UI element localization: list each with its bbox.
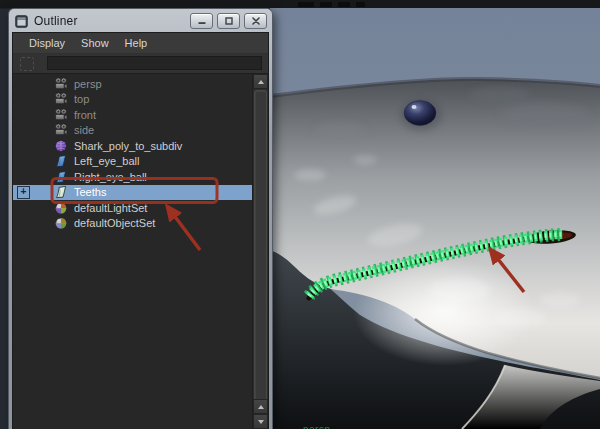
subdiv-surface-icon-selected (54, 185, 68, 199)
outliner-row-shark-poly-to-subdiv[interactable]: Shark_poly_to_subdiv (13, 138, 252, 154)
menu-help[interactable]: Help (117, 35, 156, 51)
maximize-icon (224, 17, 234, 25)
minimize-button[interactable] (190, 13, 213, 29)
scroll-up-button[interactable] (253, 74, 268, 89)
outliner-row-top[interactable]: top (13, 92, 252, 108)
arrow-down-icon (258, 420, 264, 424)
shark-chin-highlight (353, 258, 537, 366)
set-icon (54, 201, 68, 215)
scroll-track[interactable] (253, 89, 268, 399)
minimize-icon (197, 17, 207, 25)
camera-icon (54, 123, 68, 137)
outliner-window-icon (15, 15, 28, 28)
viewport-camera-label: persp (303, 424, 331, 429)
filter-field[interactable] (47, 56, 262, 70)
maximize-button[interactable] (217, 13, 240, 29)
menu-show[interactable]: Show (73, 35, 117, 51)
camera-icon (54, 92, 68, 106)
outliner-menubar: Display Show Help (13, 33, 268, 54)
outliner-titlebar[interactable]: Outliner (9, 9, 272, 32)
outliner-row-persp[interactable]: persp (13, 76, 252, 92)
outliner-row-default-object-set[interactable]: defaultObjectSet (13, 216, 252, 232)
outliner-scrollbar (252, 74, 268, 429)
outliner-row-teeths[interactable]: + Teeths (13, 185, 252, 201)
outliner-row-right-eye-ball[interactable]: Right_eye_ball (13, 169, 252, 185)
arrow-up-icon (258, 80, 264, 84)
outliner-row-left-eye-ball[interactable]: Left_eye_ball (13, 154, 252, 170)
subdiv-surface-icon (54, 170, 68, 184)
outliner-content: Display Show Help persp (12, 32, 269, 429)
window-title: Outliner (34, 14, 78, 28)
menu-display[interactable]: Display (21, 35, 73, 51)
set-icon (54, 216, 68, 230)
close-button[interactable] (244, 13, 267, 29)
shark-eye (404, 101, 436, 126)
outliner-list: persp top (13, 74, 252, 429)
camera-icon (54, 77, 68, 91)
arrow-up-icon (258, 405, 264, 409)
subdiv-surface-icon (54, 154, 68, 168)
scroll-thumb[interactable] (254, 90, 267, 400)
subdiv-sphere-icon (54, 139, 68, 153)
expand-box[interactable]: + (17, 186, 30, 199)
outliner-row-front[interactable]: front (13, 107, 252, 123)
camera-icon (54, 108, 68, 122)
shark-eye-glint (412, 105, 417, 109)
filter-icon (20, 57, 34, 71)
scroll-up-button-bottom[interactable] (253, 399, 268, 414)
close-icon (251, 17, 261, 25)
outliner-row-side[interactable]: side (13, 123, 252, 139)
outliner-filter-row (13, 54, 268, 73)
outliner-window: Outliner Display Show Help (8, 8, 273, 429)
outliner-row-default-light-set[interactable]: defaultLightSet (13, 200, 252, 216)
scroll-down-button[interactable] (253, 414, 268, 429)
